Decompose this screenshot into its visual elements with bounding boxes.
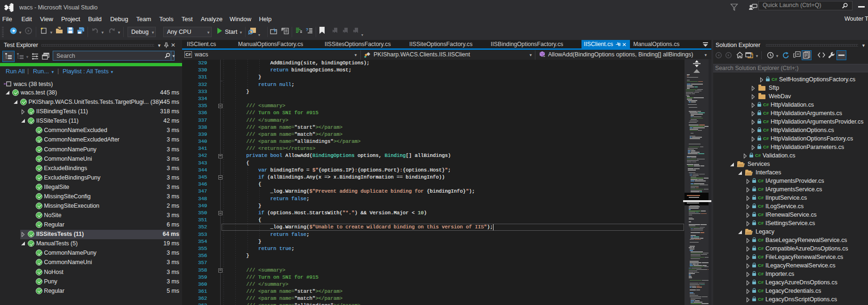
svg-text:?: ? (306, 27, 309, 32)
